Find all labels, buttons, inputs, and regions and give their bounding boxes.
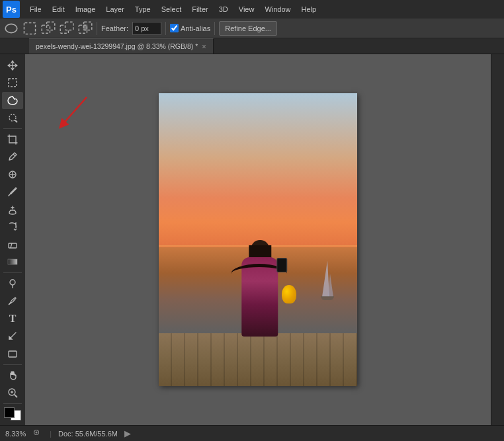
- svg-point-19: [10, 280, 15, 285]
- canvas-area[interactable]: [25, 54, 491, 425]
- lasso-tool[interactable]: [2, 92, 23, 109]
- menu-3d[interactable]: 3D: [214, 3, 233, 15]
- zoom-level: 8.33%: [5, 430, 26, 438]
- figure-body: [241, 257, 278, 337]
- menu-file[interactable]: File: [25, 3, 46, 15]
- menu-edit[interactable]: Edit: [48, 3, 69, 15]
- svg-line-12: [13, 154, 15, 156]
- figure-phone: [276, 258, 287, 272]
- menu-window[interactable]: Window: [260, 3, 295, 15]
- zoom-status-icon: [32, 428, 43, 439]
- menu-help[interactable]: Help: [297, 3, 321, 15]
- document-tab[interactable]: pexels-wendy-wei-13299947.jpg @ 8.33% (R…: [29, 38, 214, 54]
- tool-separator-4: [3, 403, 22, 404]
- path-selection-tool[interactable]: [2, 328, 23, 345]
- options-separator-1: [97, 22, 97, 35]
- svg-line-21: [9, 303, 10, 305]
- figure-arms: [231, 264, 287, 284]
- eraser-tool[interactable]: [2, 236, 23, 253]
- red-arrow-annotation: [44, 91, 97, 143]
- crop-tool[interactable]: [2, 131, 23, 148]
- pen-tool[interactable]: [2, 293, 23, 310]
- hand-tool[interactable]: [2, 367, 23, 384]
- svg-rect-2: [42, 25, 50, 33]
- menu-image[interactable]: Image: [71, 3, 101, 15]
- figure: [241, 239, 278, 337]
- brush-tool[interactable]: [2, 184, 23, 201]
- menu-layer[interactable]: Layer: [101, 3, 129, 15]
- menu-filter[interactable]: Filter: [187, 3, 212, 15]
- dodge-tool[interactable]: [2, 275, 23, 292]
- add-to-selection-icon[interactable]: [41, 21, 56, 36]
- svg-line-28: [62, 97, 87, 125]
- svg-point-0: [5, 24, 17, 32]
- antialias-checkbox-label[interactable]: Anti-alias: [170, 24, 210, 32]
- new-selection-icon[interactable]: [22, 21, 37, 36]
- svg-rect-5: [65, 22, 73, 30]
- eyedropper-tool[interactable]: [2, 149, 23, 166]
- text-tool[interactable]: T: [2, 310, 23, 327]
- move-tool[interactable]: [2, 57, 23, 74]
- tool-separator-2: [3, 272, 22, 273]
- svg-line-24: [15, 395, 17, 397]
- toolbar: T: [0, 54, 25, 425]
- marquee-tool[interactable]: [2, 75, 23, 92]
- svg-rect-18: [8, 259, 17, 264]
- menu-bar: Ps File Edit Image Layer Type Select Fil…: [0, 0, 504, 19]
- svg-rect-3: [47, 22, 55, 30]
- svg-rect-16: [9, 243, 17, 248]
- status-bar: 8.33% | Doc: 55.6M/55.6M ▶: [0, 425, 504, 441]
- svg-rect-22: [9, 351, 17, 357]
- sky: [159, 93, 357, 255]
- refine-edge-button[interactable]: Refine Edge...: [219, 21, 277, 36]
- shape-tool[interactable]: [2, 345, 23, 362]
- tab-bar: pexels-wendy-wei-13299947.jpg @ 8.33% (R…: [0, 38, 504, 54]
- right-panel: [491, 54, 504, 425]
- tab-close-button[interactable]: ×: [202, 43, 206, 50]
- status-separator: |: [50, 430, 52, 438]
- intersect-selection-icon[interactable]: [78, 21, 93, 36]
- boat-hull: [321, 296, 334, 300]
- svg-point-10: [9, 114, 16, 121]
- ps-logo: Ps: [3, 1, 20, 18]
- gradient-tool[interactable]: [2, 254, 23, 271]
- tab-filename: pexels-wendy-wei-13299947.jpg @ 8.33% (R…: [36, 42, 198, 50]
- photo-canvas: [159, 93, 357, 386]
- doc-info: Doc: 55.6M/55.6M: [58, 430, 118, 438]
- menu-select[interactable]: Select: [157, 3, 187, 15]
- foreground-color[interactable]: [4, 407, 15, 418]
- history-brush-tool[interactable]: [2, 219, 23, 236]
- tool-separator-3: [3, 364, 22, 365]
- svg-rect-9: [9, 79, 17, 87]
- svg-point-30: [36, 431, 38, 433]
- tool-options-icon: [4, 21, 19, 36]
- buoy: [282, 285, 296, 303]
- status-arrow[interactable]: ▶: [124, 428, 131, 438]
- menu-type[interactable]: Type: [130, 3, 155, 15]
- sail-right: [328, 274, 333, 297]
- options-separator-3: [214, 22, 215, 35]
- options-separator-2: [165, 22, 166, 35]
- svg-line-11: [15, 120, 17, 122]
- svg-rect-1: [24, 22, 35, 34]
- quick-selection-tool[interactable]: [2, 110, 23, 127]
- options-bar: Feather: Anti-alias Refine Edge...: [0, 19, 504, 38]
- antialias-label: Anti-alias: [181, 24, 210, 32]
- main-area: T: [0, 54, 504, 425]
- svg-line-17: [11, 243, 12, 248]
- antialias-checkbox[interactable]: [170, 24, 179, 32]
- feather-input[interactable]: [132, 22, 161, 35]
- subtract-from-selection-icon[interactable]: [60, 21, 74, 36]
- tool-separator-1: [3, 128, 22, 129]
- clone-stamp-tool[interactable]: [2, 201, 23, 218]
- svg-rect-8: [84, 25, 87, 30]
- feather-label: Feather:: [101, 24, 128, 32]
- menu-view[interactable]: View: [234, 3, 259, 15]
- zoom-tool[interactable]: [2, 384, 23, 401]
- figure-head: [251, 240, 269, 259]
- color-swatches[interactable]: [2, 405, 23, 422]
- healing-brush-tool[interactable]: [2, 166, 23, 183]
- dock: [159, 333, 357, 386]
